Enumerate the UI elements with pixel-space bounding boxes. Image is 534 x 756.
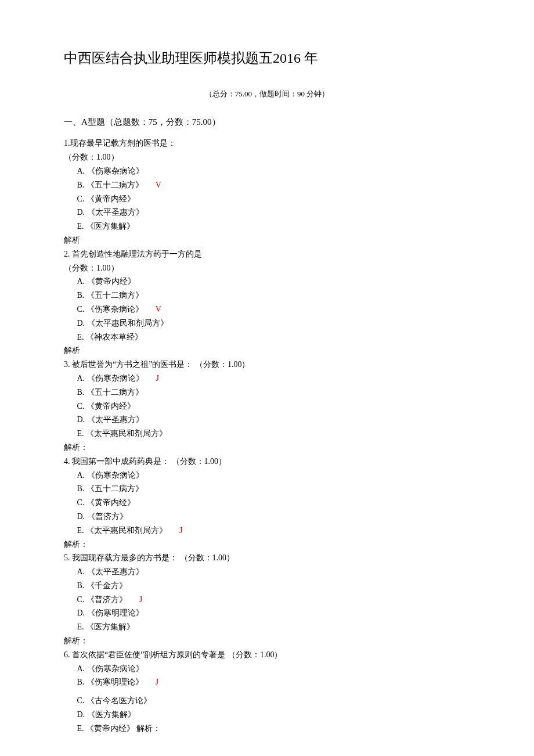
question-5-option-A: A. 《太平圣惠方》: [77, 565, 470, 579]
question-3-option-E: E. 《太平惠民和剂局方》: [77, 427, 470, 441]
option-text: A. 《伤寒杂病论》: [77, 374, 143, 383]
question-2-stem: 2. 首先创造性地融理法方药于一方的是: [64, 247, 470, 261]
question-3-stem: 3. 被后世誉为“方书之祖”的医书是： （分数：1.00）: [64, 358, 470, 372]
question-3-option-A: A. 《伤寒杂病论》J: [77, 372, 470, 386]
question-4-option-E: E. 《太平惠民和剂局方》J: [77, 524, 470, 538]
question-2-option-B: B. 《五十二病方》: [77, 289, 470, 303]
question-1-analysis: 解析: [64, 233, 470, 247]
question-3-options: A. 《伤寒杂病论》J B. 《五十二病方》 C. 《黄帝内经》 D. 《太平圣…: [64, 372, 470, 441]
question-6-option-C: C. 《古今名医方论》: [77, 694, 470, 708]
question-1-option-B: B. 《五十二病方》V: [77, 178, 470, 192]
option-text: B. 《伤寒明理论》: [77, 678, 143, 686]
question-1-options: A. 《伤寒杂病论》 B. 《五十二病方》V C. 《黄帝内经》 D. 《太平圣…: [64, 164, 470, 233]
correct-mark: J: [156, 678, 158, 686]
question-5-options: A. 《太平圣惠方》 B. 《千金方》 C. 《普济方》J D. 《伤寒明理论》…: [64, 565, 470, 634]
correct-mark: V: [156, 181, 161, 189]
question-2-option-E: E. 《神农本草经》: [77, 330, 470, 344]
correct-mark: V: [156, 305, 161, 314]
page-title: 中西医结合执业助理医师模拟题五2016 年: [64, 46, 470, 70]
question-1-score: （分数：1.00）: [64, 150, 470, 164]
option-text: B. 《五十二病方》: [77, 181, 143, 189]
question-5-analysis: 解析：: [64, 634, 470, 648]
question-4-stem: 4. 我国第一部中成药药典是： （分数：1.00）: [64, 455, 470, 469]
question-5-option-B: B. 《千金方》: [77, 579, 470, 593]
question-5-option-C: C. 《普济方》J: [77, 593, 470, 607]
correct-mark: J: [139, 595, 142, 604]
question-2-score: （分数：1.00）: [64, 261, 470, 275]
question-5-stem: 5. 我国现存载方最多的方书是： （分数：1.00）: [64, 551, 470, 565]
question-4-option-A: A. 《伤寒杂病论》: [77, 469, 470, 483]
question-2-option-C: C. 《伤寒杂病论》V: [77, 303, 470, 316]
option-text: C. 《伤寒杂病论》: [77, 305, 143, 314]
exam-meta: （总分：75.00，做题时间：90 分钟）: [64, 88, 470, 100]
question-6-stem: 6. 首次依据“君臣佐使”剖析组方原则的专著是 （分数：1.00）: [64, 648, 470, 662]
question-4-option-C: C. 《黄帝内经》: [77, 496, 470, 510]
question-3-option-D: D. 《太平圣惠方》: [77, 413, 470, 427]
option-text: E. 《太平惠民和剂局方》: [77, 526, 167, 535]
question-1-option-C: C. 《黄帝内经》: [77, 192, 470, 206]
question-1-option-A: A. 《伤寒杂病论》: [77, 164, 470, 178]
question-6-option-A: A. 《伤寒杂病论》: [77, 662, 470, 676]
question-1-stem: 1.现存最早记载方剂的医书是：: [64, 136, 470, 150]
question-2-options: A. 《黄帝内经》 B. 《五十二病方》 C. 《伤寒杂病论》V D. 《太平惠…: [64, 275, 470, 344]
question-3-option-B: B. 《五十二病方》: [77, 386, 470, 399]
question-4-option-D: D. 《普济方》: [77, 510, 470, 524]
question-4-options: A. 《伤寒杂病论》 B. 《五十二病方》 C. 《黄帝内经》 D. 《普济方》…: [64, 469, 470, 538]
question-3-option-C: C. 《黄帝内经》: [77, 399, 470, 413]
question-3-analysis: 解析：: [64, 441, 470, 455]
question-2-option-A: A. 《黄帝内经》: [77, 275, 470, 289]
correct-mark: J: [179, 526, 182, 535]
question-4-option-B: B. 《五十二病方》: [77, 482, 470, 496]
question-4-analysis: 解析：: [64, 538, 470, 552]
question-6-options: A. 《伤寒杂病论》 B. 《伤寒明理论》J C. 《古今名医方论》 D. 《医…: [64, 662, 470, 736]
question-6-option-E: E. 《黄帝内经》 解析：: [77, 722, 470, 736]
option-text: C. 《普济方》: [77, 595, 127, 604]
question-6-option-D: D. 《医方集解》: [77, 708, 470, 722]
question-1-option-E: E. 《医方集解》: [77, 219, 470, 233]
section-title: 一、A型题（总题数：75，分数：75.00）: [64, 115, 470, 130]
correct-mark: J: [156, 374, 159, 383]
question-2-option-D: D. 《太平惠民和剂局方》: [77, 316, 470, 330]
question-1-option-D: D. 《太平圣惠方》: [77, 206, 470, 219]
question-5-option-D: D. 《伤寒明理论》: [77, 606, 470, 620]
question-6-option-B: B. 《伤寒明理论》J: [77, 675, 470, 689]
question-5-option-E: E. 《医方集解》: [77, 620, 470, 634]
question-2-analysis: 解析: [64, 344, 470, 358]
